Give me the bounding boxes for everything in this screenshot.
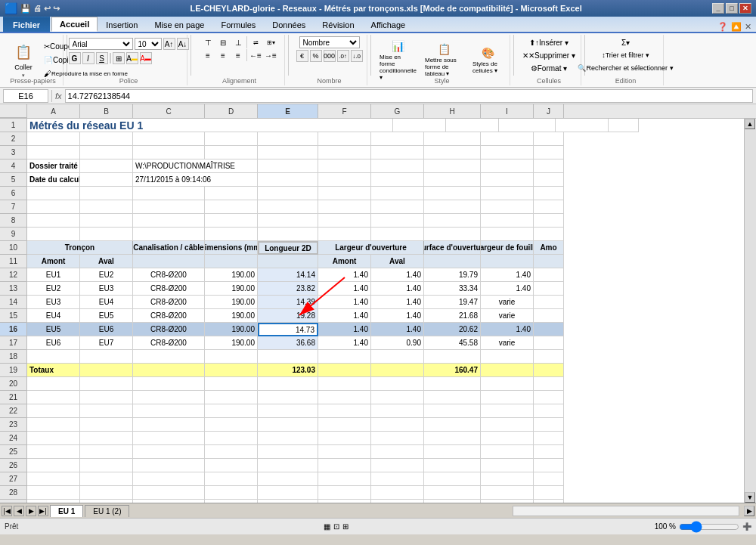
- italic-button[interactable]: I: [82, 52, 94, 64]
- help-icon[interactable]: ❓: [717, 22, 728, 32]
- row-header-7[interactable]: 7: [0, 200, 26, 214]
- tab-donnees[interactable]: Données: [264, 17, 314, 32]
- align-bottom-btn[interactable]: ⊥: [231, 36, 245, 48]
- cell-A2[interactable]: [27, 132, 80, 146]
- row-header-19[interactable]: 19: [0, 364, 26, 377]
- cell-H15[interactable]: 21.68: [424, 309, 481, 323]
- row-header-11[interactable]: 11: [0, 255, 26, 268]
- cell-H12[interactable]: 19.79: [424, 268, 481, 282]
- cell-E17[interactable]: 36.68: [258, 336, 318, 350]
- col-header-E[interactable]: E: [258, 104, 318, 118]
- cell-J3[interactable]: [534, 146, 564, 159]
- cell-F5[interactable]: [318, 173, 371, 187]
- cell-styles-btn[interactable]: 🎨 Styles de cellules ▾: [469, 40, 507, 81]
- cell-I5[interactable]: [481, 173, 534, 187]
- cell-I12[interactable]: 1.40: [481, 268, 534, 282]
- cell-G11[interactable]: Aval: [371, 255, 424, 268]
- tab-affichage[interactable]: Affichage: [363, 17, 414, 32]
- cell-H1[interactable]: [499, 119, 556, 132]
- page-layout-btn[interactable]: ⊡: [333, 522, 339, 531]
- cell-G12[interactable]: 1.40: [371, 268, 424, 282]
- col-header-F[interactable]: F: [318, 104, 371, 118]
- cell-C15[interactable]: CR8-Ø200: [133, 309, 205, 323]
- cell-E14[interactable]: 14.39: [258, 296, 318, 309]
- cell-B12[interactable]: EU2: [80, 268, 133, 282]
- cell-H19[interactable]: 160.47: [424, 364, 481, 377]
- align-top-btn[interactable]: ⊤: [201, 36, 215, 48]
- cell-J15[interactable]: [534, 309, 564, 323]
- rechercher-btn[interactable]: 🔍 Rechercher et sélectionner ▾: [575, 62, 676, 74]
- close-ribbon-icon[interactable]: ✕: [745, 22, 751, 32]
- cell-B3[interactable]: [80, 146, 133, 159]
- cell-I10[interactable]: Largeur de fouille: [481, 241, 534, 255]
- cell-J12[interactable]: [534, 268, 564, 282]
- cell-F13[interactable]: 1.40: [318, 282, 371, 296]
- cell-I15[interactable]: varie: [481, 309, 534, 323]
- cell-I19[interactable]: [481, 364, 534, 377]
- cell-H16[interactable]: 20.62: [424, 323, 481, 336]
- number-format-select[interactable]: Nombre: [299, 36, 360, 48]
- cell-F16[interactable]: 1.40: [318, 323, 371, 336]
- cell-G3[interactable]: [371, 146, 424, 159]
- cell-A10-merged[interactable]: Tronçon: [27, 241, 133, 255]
- cell-F14[interactable]: 1.40: [318, 296, 371, 309]
- tab-insertion[interactable]: Insertion: [98, 17, 146, 32]
- cell-C5[interactable]: 27/11/2015 à 09:14:06: [133, 173, 258, 187]
- cell-A1[interactable]: Métrés du réseau EU 1: [27, 119, 393, 132]
- cell-E19[interactable]: 123.03: [258, 364, 318, 377]
- col-header-J[interactable]: J: [534, 104, 564, 118]
- maximize-button[interactable]: □: [726, 3, 738, 14]
- cell-F10-merged[interactable]: Largeur d'ouverture: [318, 241, 424, 255]
- cell-C13[interactable]: CR8-Ø200: [133, 282, 205, 296]
- font-color-button[interactable]: A▬: [140, 52, 152, 64]
- row-header-29[interactable]: 29: [0, 500, 26, 503]
- normal-view-btn[interactable]: ▦: [324, 522, 330, 531]
- cell-F4[interactable]: [318, 159, 371, 173]
- col-header-B[interactable]: B: [80, 104, 133, 118]
- cell-E3[interactable]: [258, 146, 318, 159]
- cell-B17[interactable]: EU7: [80, 336, 133, 350]
- percent-btn[interactable]: %: [310, 50, 322, 62]
- row-header-20[interactable]: 20: [0, 377, 26, 391]
- cell-C3[interactable]: [133, 146, 205, 159]
- cell-J19[interactable]: [534, 364, 564, 377]
- vertical-scrollbar[interactable]: ▲ ▼: [744, 119, 756, 503]
- fill-color-button[interactable]: A▬: [126, 52, 138, 64]
- align-left-btn[interactable]: ≡: [201, 49, 215, 61]
- sheet-tab-nav-first[interactable]: |◀: [2, 506, 12, 516]
- cell-D16[interactable]: 190.00: [205, 323, 258, 336]
- cell-I17[interactable]: varie: [481, 336, 534, 350]
- cell-G17[interactable]: 0.90: [371, 336, 424, 350]
- cell-F17[interactable]: 1.40: [318, 336, 371, 350]
- cell-F12[interactable]: 1.40: [318, 268, 371, 282]
- cell-C11[interactable]: [133, 255, 205, 268]
- cell-A12[interactable]: EU1: [27, 268, 80, 282]
- cell-D3[interactable]: [205, 146, 258, 159]
- cell-J13[interactable]: [534, 282, 564, 296]
- cell-C10[interactable]: Canalisation / câble: [133, 241, 205, 255]
- col-header-H[interactable]: H: [424, 104, 481, 118]
- trier-btn[interactable]: ↕ Trier et filtrer ▾: [599, 49, 652, 61]
- cell-F2[interactable]: [318, 132, 371, 146]
- cell-G15[interactable]: 1.40: [371, 309, 424, 323]
- sheet-tab-eu1-2[interactable]: EU 1 (2): [85, 505, 129, 517]
- cell-D17[interactable]: 190.00: [205, 336, 258, 350]
- row-header-4[interactable]: 4: [0, 159, 26, 173]
- cell-H4[interactable]: [424, 159, 481, 173]
- cell-C19[interactable]: [133, 364, 205, 377]
- cell-D14[interactable]: 190.00: [205, 296, 258, 309]
- minimize-button[interactable]: _: [712, 3, 724, 14]
- cell-J5[interactable]: [534, 173, 564, 187]
- cell-I1[interactable]: [556, 119, 609, 132]
- zoom-in-btn[interactable]: ➕: [742, 522, 751, 531]
- row-header-15[interactable]: 15: [0, 309, 26, 323]
- wrap-text-btn[interactable]: ⇌: [249, 36, 262, 48]
- tab-revision[interactable]: Révision: [314, 17, 362, 32]
- cell-C16[interactable]: CR8-Ø200: [133, 323, 205, 336]
- row-header-8[interactable]: 8: [0, 214, 26, 228]
- cell-E10[interactable]: Longueur 2D: [258, 241, 318, 255]
- cell-E15[interactable]: 19.28: [258, 309, 318, 323]
- cell-J16[interactable]: [534, 323, 564, 336]
- cell-C12[interactable]: CR8-Ø200: [133, 268, 205, 282]
- horizontal-scrollbar[interactable]: [513, 506, 739, 516]
